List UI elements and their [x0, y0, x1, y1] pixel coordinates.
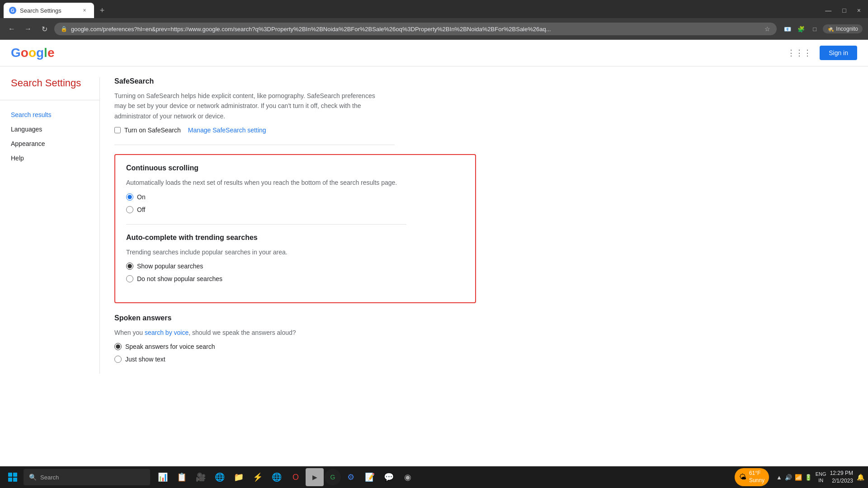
sidebar: Search Settings Search results Languages… [0, 77, 99, 374]
sidebar-item-appearance[interactable]: Appearance [11, 136, 89, 151]
battery-icon[interactable]: 🔋 [805, 474, 812, 481]
reload-button[interactable]: ↻ [38, 23, 51, 35]
taskbar-video-app[interactable]: 🎥 [192, 468, 210, 486]
continuous-scrolling-section: Continuous scrolling Automatically loads… [126, 164, 464, 213]
show-popular-searches-option[interactable]: Show popular searches [126, 263, 464, 270]
tab-title: Search Settings [20, 7, 77, 14]
speak-answers-option[interactable]: Speak answers for voice search [114, 343, 854, 350]
page-content: Google ⋮⋮⋮ Sign in Search Settings Searc… [0, 40, 868, 466]
just-show-text-label[interactable]: Just show text [125, 356, 165, 363]
taskbar-search-text: Search [40, 474, 59, 481]
notification-area: ▲ 🔊 📶 🔋 [776, 474, 812, 481]
search-by-voice-link[interactable]: search by voice [145, 329, 189, 336]
tab-favicon: G [9, 7, 16, 14]
system-clock[interactable]: 12:29 PM 2/1/2023 [830, 469, 853, 485]
tab-bar: G Search Settings × + — □ × [0, 0, 868, 18]
scrolling-on-option[interactable]: On [126, 193, 464, 201]
safesearch-checkbox[interactable] [114, 127, 121, 133]
new-tab-button[interactable]: + [96, 4, 108, 17]
lock-icon: 🔒 [61, 26, 67, 32]
spoken-answers-options: Speak answers for voice search Just show… [114, 343, 854, 363]
taskbar: 🔍 Search 📊 📋 🎥 🌐 📁 ⚡ 🌐 O ▶ G ⚙ 📝 💬 ◉ 🌤 6… [0, 466, 868, 488]
dont-show-popular-label[interactable]: Do not show popular searches [137, 275, 222, 282]
taskbar-note-app[interactable]: 📝 [361, 468, 379, 486]
forward-button[interactable]: → [22, 23, 34, 35]
taskbar-files-app[interactable]: 📊 [154, 468, 172, 486]
scrolling-off-label[interactable]: Off [137, 206, 145, 213]
extension-gmail-icon[interactable]: 📧 [782, 23, 793, 34]
taskbar-folder-app[interactable]: 📁 [230, 468, 248, 486]
taskbar-notes-app[interactable]: 📋 [173, 468, 191, 486]
google-logo: Google [11, 46, 54, 60]
language-indicator[interactable]: ENG IN [816, 471, 826, 484]
autocomplete-options: Show popular searches Do not show popula… [126, 263, 464, 282]
spoken-answers-description: When you search by voice, should we spea… [114, 328, 386, 338]
show-popular-label[interactable]: Show popular searches [137, 263, 203, 270]
content-area: SafeSearch Turning on SafeSearch helps h… [99, 77, 868, 374]
speaker-icon[interactable]: 🔊 [785, 474, 792, 481]
scrolling-off-option[interactable]: Off [126, 206, 464, 213]
start-button[interactable] [4, 468, 22, 486]
address-bar: ← → ↻ 🔒 google.com/preferences?hl=en&pre… [0, 18, 868, 40]
taskbar-opera-app[interactable]: O [287, 468, 305, 486]
sidebar-item-help[interactable]: Help [11, 151, 89, 165]
safesearch-description: Turning on SafeSearch helps hide explici… [114, 91, 386, 121]
sidebar-item-search-results[interactable]: Search results [11, 108, 89, 122]
speak-answers-label[interactable]: Speak answers for voice search [125, 343, 215, 350]
taskbar-chrome-app[interactable]: ⚙ [342, 468, 360, 486]
weather-icon: 🌤 [739, 473, 746, 481]
autocomplete-title: Auto-complete with trending searches [126, 234, 464, 242]
incognito-icon: 🕵 [827, 26, 834, 32]
google-header: Google ⋮⋮⋮ Sign in [0, 40, 868, 66]
sidebar-divider [0, 100, 99, 100]
spoken-answers-section: Spoken answers When you search by voice,… [114, 314, 854, 363]
google-apps-button[interactable]: ⋮⋮⋮ [784, 45, 814, 61]
manage-safesearch-link[interactable]: Manage SafeSearch setting [188, 127, 266, 134]
browser-window: G Search Settings × + — □ × ← → ↻ 🔒 goog… [0, 0, 868, 40]
incognito-label: Incognito [836, 26, 858, 32]
close-window-button[interactable]: × [854, 5, 864, 16]
extension-puzzle-icon[interactable]: 🧩 [796, 23, 807, 34]
taskbar-right: 🌤 61°F Sunny ▲ 🔊 📶 🔋 ENG IN 12:29 PM 2/1… [735, 468, 864, 486]
back-button[interactable]: ← [5, 23, 18, 35]
continuous-scrolling-description: Automatically loads the next set of resu… [126, 178, 397, 188]
taskbar-circle-app[interactable]: ◉ [399, 468, 417, 486]
maximize-button[interactable]: □ [839, 5, 849, 16]
taskbar-chromebook-app[interactable]: 🌐 [268, 468, 286, 486]
taskbar-chat-app[interactable]: 💬 [380, 468, 398, 486]
dont-show-popular-searches-option[interactable]: Do not show popular searches [126, 275, 464, 282]
url-text: google.com/preferences?hl=en&prev=https:… [71, 26, 761, 33]
continuous-scrolling-title: Continuous scrolling [126, 164, 464, 172]
weather-condition: Sunny [749, 477, 764, 484]
clock-date: 2/1/2023 [830, 477, 853, 485]
network-icon[interactable]: 📶 [795, 474, 802, 481]
highlight-box: Continuous scrolling Automatically loads… [114, 154, 476, 303]
weather-temp: 61°F [749, 470, 764, 477]
chevron-up-icon[interactable]: ▲ [776, 474, 782, 481]
scrolling-on-label[interactable]: On [137, 193, 146, 201]
section-divider-2 [126, 224, 406, 225]
taskbar-pinned-apps: 📊 📋 🎥 🌐 📁 ⚡ 🌐 O ▶ G ⚙ 📝 💬 ◉ [154, 468, 417, 486]
sign-in-button[interactable]: Sign in [820, 46, 857, 60]
taskbar-edge-app[interactable]: 🌐 [211, 468, 229, 486]
active-tab[interactable]: G Search Settings × [4, 3, 94, 18]
sidebar-item-languages[interactable]: Languages [11, 122, 89, 136]
safesearch-section: SafeSearch Turning on SafeSearch helps h… [114, 77, 854, 134]
page-title: Search Settings [11, 77, 89, 89]
weather-widget[interactable]: 🌤 61°F Sunny [735, 468, 769, 486]
taskbar-media-app[interactable]: ▶ [306, 468, 324, 486]
url-field[interactable]: 🔒 google.com/preferences?hl=en&prev=http… [54, 23, 777, 35]
just-show-text-option[interactable]: Just show text [114, 356, 854, 363]
notification-bell-icon[interactable]: 🔔 [857, 474, 864, 481]
taskbar-filezilla-app[interactable]: ⚡ [249, 468, 267, 486]
minimize-button[interactable]: — [821, 5, 835, 16]
clock-time: 12:29 PM [830, 469, 853, 477]
incognito-indicator: 🕵 Incognito [823, 24, 863, 33]
safesearch-checkbox-label[interactable]: Turn on SafeSearch [124, 127, 181, 134]
bookmark-icon[interactable]: ☆ [764, 25, 770, 33]
extension-browser-icon[interactable]: □ [809, 23, 820, 34]
taskbar-search-bar[interactable]: 🔍 Search [24, 469, 150, 485]
taskbar-g-app[interactable]: G [325, 469, 341, 485]
continuous-scrolling-options: On Off [126, 193, 464, 213]
tab-close-button[interactable]: × [80, 6, 89, 14]
